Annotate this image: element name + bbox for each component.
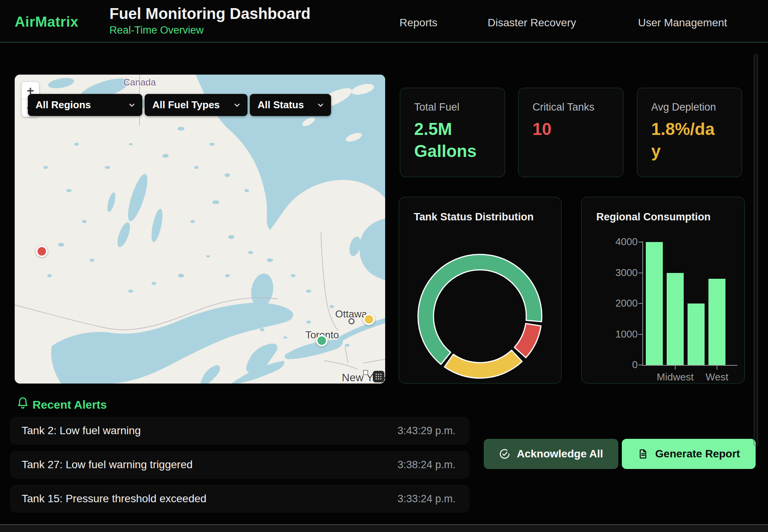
ottawa-town-dot — [348, 318, 355, 324]
alert-timestamp: 3:33:24 p.m. — [398, 493, 456, 505]
recent-alerts-title: Recent Alerts — [32, 398, 107, 411]
alert-row[interactable]: Tank 27: Low fuel warning triggered 3:38… — [10, 451, 469, 479]
region-filter-select[interactable]: All Regions — [28, 94, 142, 116]
x-tick-mark — [675, 366, 676, 370]
bar-region-4[interactable] — [708, 279, 725, 365]
drag-handle-icon[interactable] — [373, 371, 384, 382]
donut-segment-critical[interactable] — [514, 324, 541, 358]
status-filter-select[interactable]: All Status — [250, 94, 331, 116]
nav-reports[interactable]: Reports — [399, 17, 437, 29]
stat-card-avg-depletion: Avg Depletion 1.8%/day — [637, 88, 742, 177]
bell-icon — [15, 396, 30, 411]
stat-card-critical-tanks: Critical Tanks 10 — [518, 88, 623, 177]
map-filters: All Regions All Fuel Types All Status — [28, 94, 331, 116]
x-axis — [642, 365, 737, 366]
regional-consumption-bar-chart[interactable]: 01000200030004000MidwestWest — [582, 197, 745, 384]
stat-label: Critical Tanks — [532, 101, 623, 113]
chevron-down-icon — [128, 101, 136, 109]
y-axis — [642, 241, 643, 366]
y-tick-label: 0 — [604, 359, 638, 371]
y-tick-label: 2000 — [604, 297, 638, 309]
y-tick-label: 4000 — [604, 236, 638, 248]
y-tick-mark — [638, 334, 642, 335]
nav-disaster-recovery[interactable]: Disaster Recovery — [488, 17, 576, 29]
y-tick-mark — [638, 273, 642, 273]
app-logo[interactable]: AirMatrix — [15, 14, 79, 30]
page-subtitle: Real-Time Overview — [109, 24, 311, 36]
new-york-town-dot — [363, 370, 368, 375]
map-label-canada: Canada — [123, 77, 156, 88]
x-tick-label: West — [686, 371, 748, 383]
region-filter-value: All Regions — [36, 99, 91, 111]
alert-timestamp: 3:43:29 p.m. — [398, 425, 456, 437]
stat-label: Avg Depletion — [651, 101, 742, 113]
map-panel: Canada Ottawa Toronto New York + − All R… — [15, 75, 385, 384]
generate-report-button[interactable]: Generate Report — [622, 439, 756, 469]
acknowledge-all-label: Acknowledge All — [517, 448, 603, 460]
bar-region-1[interactable] — [646, 242, 663, 365]
y-tick-mark — [638, 303, 642, 304]
stat-value-critical-tanks: 10 — [532, 118, 596, 140]
chevron-down-icon — [233, 101, 241, 109]
alert-timestamp: 3:38:24 p.m. — [398, 459, 456, 471]
fuel-type-filter-select[interactable]: All Fuel Types — [145, 94, 247, 116]
donut-segment-warning[interactable] — [444, 350, 522, 378]
alert-row[interactable]: Tank 2: Low fuel warning 3:43:29 p.m. — [10, 417, 469, 445]
bar-region-2[interactable] — [667, 273, 684, 365]
title-block: Fuel Monitoring Dashboard Real-Time Over… — [109, 5, 311, 36]
status-filter-value: All Status — [258, 99, 304, 111]
stat-label: Total Fuel — [414, 101, 505, 113]
warning-tank-marker[interactable] — [363, 314, 375, 325]
tank-status-panel: Tank Status Distribution — [399, 197, 561, 384]
chevron-down-icon — [316, 101, 325, 109]
y-tick-mark — [638, 242, 642, 242]
y-tick-mark — [638, 365, 642, 365]
stat-value-total-fuel: 2.5M Gallons — [414, 118, 478, 162]
alert-message: Tank 2: Low fuel warning — [22, 425, 141, 437]
alert-message: Tank 15: Pressure threshold exceeded — [22, 493, 207, 505]
alert-message: Tank 27: Low fuel warning triggered — [22, 459, 193, 471]
x-tick-mark — [717, 366, 717, 370]
stat-value-avg-depletion: 1.8%/day — [651, 118, 715, 162]
check-circle-icon — [499, 448, 510, 460]
generate-report-label: Generate Report — [655, 448, 740, 460]
stat-card-total-fuel: Total Fuel 2.5M Gallons — [400, 88, 505, 177]
tank-status-doughnut-chart[interactable] — [399, 197, 562, 384]
acknowledge-all-button[interactable]: Acknowledge All — [484, 439, 618, 469]
nav-user-management[interactable]: User Management — [638, 17, 727, 29]
fuel-type-filter-value: All Fuel Types — [152, 99, 220, 111]
bar-region-3[interactable] — [688, 304, 705, 365]
critical-tank-marker[interactable] — [36, 246, 48, 257]
fuel-monitoring-dashboard: AirMatrix Fuel Monitoring Dashboard Real… — [0, 0, 768, 532]
normal-tank-marker[interactable] — [316, 335, 328, 346]
y-tick-label: 1000 — [604, 328, 638, 340]
page-title: Fuel Monitoring Dashboard — [109, 5, 311, 22]
document-icon — [637, 448, 649, 460]
page-scrollbar[interactable] — [754, 54, 758, 446]
regional-consumption-panel: Regional Consumption 01000200030004000Mi… — [581, 197, 745, 384]
app-header: AirMatrix Fuel Monitoring Dashboard Real… — [0, 0, 768, 43]
window-bottom-edge — [0, 524, 768, 532]
alert-row[interactable]: Tank 15: Pressure threshold exceeded 3:3… — [10, 485, 469, 513]
y-tick-label: 3000 — [604, 267, 638, 279]
